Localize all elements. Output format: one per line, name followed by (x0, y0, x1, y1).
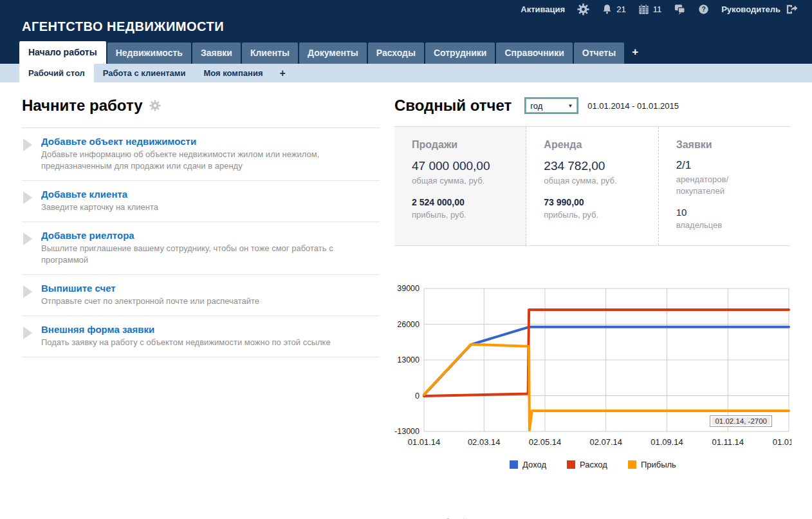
step-issue-invoice[interactable]: Выпишите счет Отправьте счет по электрон… (22, 275, 380, 316)
stat-profit-label: прибыль, руб. (412, 209, 517, 221)
arrow-right-icon (23, 285, 32, 298)
step-title-link[interactable]: Добавьте клиента (41, 189, 158, 200)
arrow-right-icon (23, 138, 32, 151)
svg-text:13000: 13000 (397, 355, 420, 364)
stat-total-label: общая сумма, руб. (412, 175, 517, 187)
question-icon: ? (698, 4, 709, 15)
messages-button[interactable] (674, 4, 686, 15)
main-tabs: Начало работы Недвижимость Заявки Клиент… (0, 40, 812, 64)
help-link[interactable]: Справка по представлению "Рабочий стол" (322, 517, 490, 519)
stat-owners-label: владельцев (676, 220, 781, 231)
settings-button[interactable] (577, 3, 589, 15)
stat-owners-value: 10 (676, 207, 781, 218)
arrow-right-icon (23, 326, 32, 339)
step-text: Добавьте риелтора Вышлите приглашение ва… (41, 230, 376, 266)
step-title-link[interactable]: Добавьте объект недвижимости (41, 136, 376, 147)
stat-rent: Аренда 234 782,00 общая сумма, руб. 73 9… (526, 127, 658, 245)
tab-reports[interactable]: Отчеты (574, 42, 624, 64)
tab-directories[interactable]: Справочники (496, 42, 572, 64)
getting-started-title: Начните работу (22, 97, 143, 115)
subtab-desktop[interactable]: Рабочий стол (19, 64, 94, 82)
notifications-button[interactable]: 21 (602, 4, 625, 15)
header-toolbar: Активация 21 (521, 3, 798, 15)
period-select[interactable]: год ▼ (526, 99, 577, 113)
getting-started-header: Начните работу (22, 95, 380, 128)
svg-text:02.03.14: 02.03.14 (468, 437, 501, 447)
tab-expenses[interactable]: Расходы (368, 42, 424, 64)
add-subtab-button[interactable]: + (272, 64, 293, 82)
svg-text:02.07.14: 02.07.14 (589, 437, 622, 447)
legend-income: Доход (510, 460, 546, 469)
step-external-request-form[interactable]: Внешняя форма заявки Подать заявку на ра… (22, 316, 380, 357)
step-title-link[interactable]: Добавьте риелтора (41, 230, 376, 241)
tab-requests[interactable]: Заявки (192, 42, 241, 64)
stat-tenants-buyers-label: арендаторов/ покупателей (676, 174, 781, 196)
stat-profit-value: 73 990,00 (544, 197, 649, 207)
user-role-label: Руководитель (721, 5, 780, 14)
step-description: Подать заявку на работу с объектом недви… (41, 337, 331, 348)
tab-clients[interactable]: Клиенты (242, 42, 298, 64)
user-menu[interactable]: Руководитель (721, 4, 798, 15)
stat-total-label: общая сумма, руб. (544, 175, 649, 187)
step-add-realtor[interactable]: Добавьте риелтора Вышлите приглашение ва… (22, 222, 380, 275)
chart-legend: Доход Расход Прибыль (394, 460, 791, 469)
activation-link[interactable]: Активация (521, 5, 565, 14)
legend-profit: Прибыль (628, 460, 676, 469)
step-add-property[interactable]: Добавьте объект недвижимости Добавьте ин… (22, 128, 380, 181)
step-text: Выпишите счет Отправьте счет по электрон… (41, 283, 259, 307)
svg-text:01.01.15: 01.01.15 (773, 437, 791, 447)
content-area: Начните работу Добавьте объект недвижимо… (0, 82, 812, 469)
add-tab-button[interactable]: + (625, 42, 645, 64)
calendar-count: 11 (653, 5, 662, 14)
subtab-my-company[interactable]: Моя компания (194, 64, 272, 82)
svg-text:01.11.14: 01.11.14 (712, 437, 744, 447)
report-title: Сводный отчет (394, 97, 512, 115)
stat-sales: Продажи 47 000 000,00 общая сумма, руб. … (394, 127, 526, 245)
stat-header: Аренда (544, 139, 649, 151)
stat-total-value: 47 000 000,00 (412, 159, 517, 173)
getting-started-panel: Начните работу Добавьте объект недвижимо… (22, 95, 380, 469)
report-stats: Продажи 47 000 000,00 общая сумма, руб. … (394, 126, 790, 246)
chevron-down-icon: ▼ (567, 103, 573, 109)
tab-realty[interactable]: Недвижимость (107, 42, 191, 64)
tab-documents[interactable]: Документы (299, 42, 367, 64)
svg-text:26000: 26000 (397, 319, 420, 328)
legend-expense: Расход (567, 460, 607, 469)
legend-swatch-expense (567, 460, 575, 469)
step-description: Отправьте счет по электронной почте или … (41, 296, 259, 307)
stat-profit-label: прибыль, руб. (544, 209, 649, 221)
stat-requests: Заявки 2/1 арендаторов/ покупателей 10 в… (659, 127, 790, 245)
app-title: АГЕНТСТВО НЕДВИЖИМОСТИ (22, 19, 224, 34)
step-text: Добавьте клиента Заведите карточку на кл… (41, 189, 158, 213)
svg-text:02.05.14: 02.05.14 (529, 437, 562, 447)
page-footer: Справка по представлению "Рабочий стол" (0, 516, 812, 519)
panel-settings-gear-icon[interactable] (149, 100, 161, 111)
step-description: Заведите карточку на клиента (41, 202, 158, 213)
app-header: АГЕНТСТВО НЕДВИЖИМОСТИ Активация 21 (0, 0, 812, 40)
stat-profit-value: 2 524 000,00 (412, 197, 517, 207)
step-add-client[interactable]: Добавьте клиента Заведите карточку на кл… (22, 181, 380, 222)
report-header: Сводный отчет год ▼ 01.01.2014 - 01.01.2… (394, 95, 790, 126)
chart-tooltip: 01.02.14, -2700 (710, 415, 772, 427)
svg-text:-13000: -13000 (394, 427, 420, 436)
subtab-client-work[interactable]: Работа с клиентами (94, 64, 195, 82)
step-description: Вышлите приглашение вашему сотруднику, ч… (41, 243, 376, 266)
svg-text:0: 0 (415, 391, 420, 400)
tab-getting-started[interactable]: Начало работы (19, 41, 106, 64)
sub-tabs: Рабочий стол Работа с клиентами Моя комп… (0, 64, 812, 82)
arrow-right-icon (23, 191, 32, 204)
help-button[interactable]: ? (698, 4, 709, 15)
date-range-label: 01.01.2014 - 01.01.2015 (587, 101, 679, 111)
calendar-button[interactable]: 11 (638, 4, 662, 15)
arrow-right-icon (23, 232, 32, 245)
tab-employees[interactable]: Сотрудники (425, 42, 495, 64)
step-title-link[interactable]: Выпишите счет (41, 283, 259, 294)
logout-icon[interactable] (786, 4, 798, 15)
stat-tenants-buyers-value: 2/1 (676, 159, 781, 172)
step-text: Внешняя форма заявки Подать заявку на ра… (41, 324, 331, 348)
step-title-link[interactable]: Внешняя форма заявки (41, 324, 331, 335)
stat-header: Заявки (676, 139, 781, 151)
svg-text:01.01.14: 01.01.14 (408, 437, 441, 447)
legend-swatch-income (510, 460, 518, 469)
legend-label: Расход (580, 460, 607, 469)
